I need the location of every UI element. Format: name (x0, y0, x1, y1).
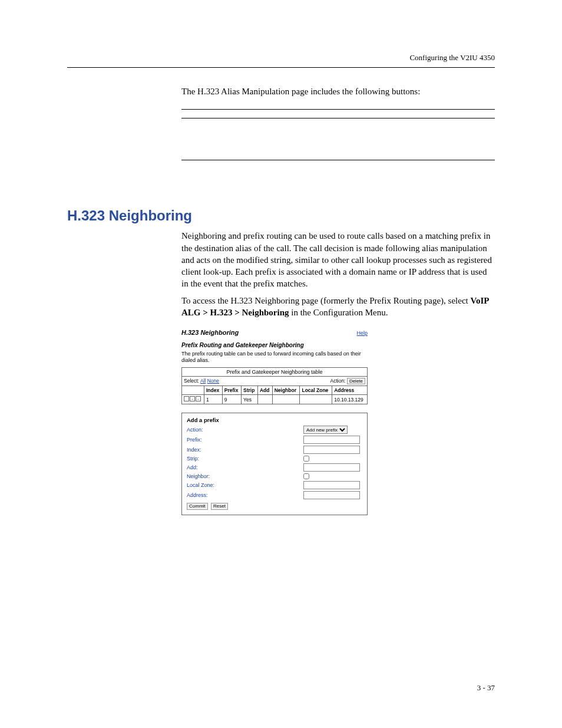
button-table-placeholder (181, 109, 495, 160)
action-field-label: Action: (187, 427, 203, 433)
placeholder-rule (181, 160, 495, 160)
neighbor-checkbox[interactable] (303, 473, 309, 479)
cell-localzone (300, 395, 332, 404)
add-input[interactable] (303, 463, 360, 472)
table-row: - - 1 9 Yes 10.10.13.129 (182, 395, 368, 404)
localzone-input[interactable] (303, 481, 360, 489)
table-header: Local Zone (300, 386, 332, 395)
commit-button[interactable]: Commit (187, 503, 208, 510)
cell-address: 10.10.13.129 (332, 395, 368, 404)
add-field-label: Add: (187, 465, 198, 470)
delete-button[interactable]: Delete (347, 378, 365, 385)
intro-sentence: The H.323 Alias Manipulation page includ… (181, 85, 495, 97)
strip-checkbox[interactable] (303, 456, 309, 462)
table-caption: Prefix and Gatekeeper Neighboring table (182, 367, 368, 376)
select-none-link[interactable]: None (207, 378, 219, 384)
address-field-label: Address: (187, 492, 208, 498)
select-all-link[interactable]: All (200, 378, 206, 384)
panel-description: The prefix routing table can be used to … (181, 351, 368, 364)
select-label: Select: (184, 378, 199, 384)
table-header: Prefix (222, 386, 241, 395)
help-link[interactable]: Help (356, 330, 368, 336)
table-header: Strip (242, 386, 258, 395)
neighbor-field-label: Neighbor: (187, 473, 210, 479)
table-header: Address (332, 386, 368, 395)
panel-subheading: Prefix Routing and Gatekeeper Neighborin… (181, 342, 368, 348)
screenshot-panel: H.323 Neighboring Help Prefix Routing an… (181, 329, 368, 515)
action-label: Action: (330, 378, 346, 384)
section-para-2: To access the H.323 Neighboring page (fo… (181, 295, 495, 319)
row-checkbox[interactable] (184, 396, 189, 401)
cell-prefix: 9 (222, 395, 241, 404)
action-select[interactable]: Add new prefix (303, 426, 348, 434)
index-field-label: Index: (187, 447, 201, 453)
form-title: Add a prefix (187, 417, 362, 423)
cell-index: 1 (204, 395, 222, 404)
row-controls: - - (184, 396, 201, 401)
strip-field-label: Strip: (187, 456, 199, 462)
running-header: Configuring the V2IU 4350 (67, 53, 495, 62)
section-para-1: Neighboring and prefix routing can be us… (181, 230, 495, 289)
prefix-input[interactable] (303, 436, 360, 444)
section-heading: H.323 Neighboring (67, 207, 495, 224)
index-input[interactable] (303, 446, 360, 454)
section-para-2c: in the Configuration Menu. (289, 308, 388, 317)
table-header: Index (204, 386, 222, 395)
cell-neighbor (272, 395, 300, 404)
prefix-table: Prefix and Gatekeeper Neighboring table … (181, 367, 368, 405)
table-header-row: Index Prefix Strip Add Neighbor Local Zo… (182, 386, 368, 395)
address-input[interactable] (303, 491, 360, 499)
row-move-down-icon[interactable]: - (196, 396, 201, 401)
cell-strip: Yes (242, 395, 258, 404)
panel-title: H.323 Neighboring (181, 329, 239, 336)
prefix-field-label: Prefix: (187, 437, 202, 443)
header-rule (67, 67, 495, 68)
localzone-field-label: Local Zone: (187, 482, 214, 488)
page-number: 3 - 37 (477, 683, 495, 693)
reset-button[interactable]: Reset (211, 503, 228, 510)
table-header: Add (257, 386, 272, 395)
cell-add (257, 395, 272, 404)
table-header (182, 386, 204, 395)
table-header: Neighbor (272, 386, 300, 395)
section-para-2a: To access the H.323 Neighboring page (fo… (181, 296, 470, 305)
row-move-up-icon[interactable]: - (190, 396, 195, 401)
add-prefix-form: Add a prefix Action: Add new prefix Pref… (181, 413, 368, 515)
